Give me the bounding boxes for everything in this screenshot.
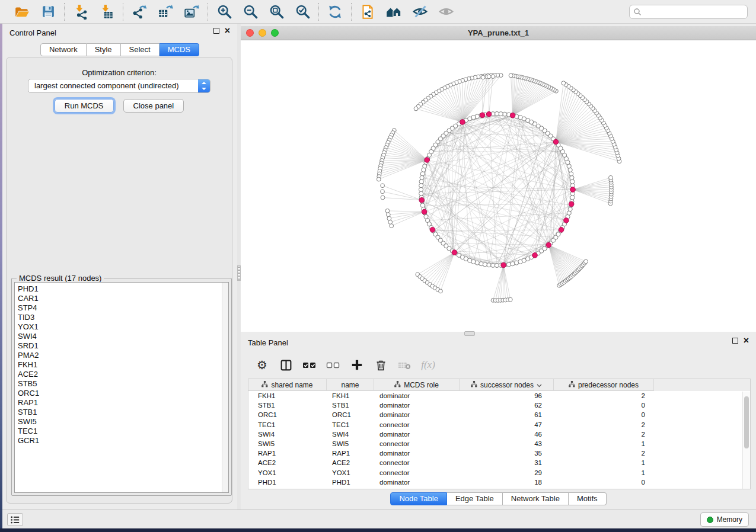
tab-node-table[interactable]: Node Table: [390, 492, 447, 505]
select-all-button[interactable]: [302, 358, 317, 372]
table-cell: ORC1: [248, 410, 327, 419]
network-graph[interactable]: [241, 40, 756, 332]
maximize-window-icon[interactable]: [271, 29, 279, 37]
new-network-from-selection-button[interactable]: [359, 4, 376, 20]
table-row[interactable]: TEC1TEC1connector472: [248, 420, 750, 430]
table-cell: 2: [554, 420, 654, 430]
task-history-button[interactable]: [7, 513, 23, 526]
network-canvas[interactable]: [241, 40, 756, 332]
table-row[interactable]: ORC1ORC1dominator610: [248, 410, 750, 419]
tab-network[interactable]: Network: [40, 43, 87, 56]
table-body: FKH1FKH1dominator962STB1STB1dominator620…: [248, 391, 750, 487]
hide-selected-button[interactable]: [412, 4, 428, 20]
table-row[interactable]: ACE2ACE2connector311: [248, 458, 750, 467]
deselect-all-button[interactable]: [326, 358, 340, 372]
result-node-item[interactable]: YOX1: [18, 322, 228, 332]
save-session-button[interactable]: [40, 4, 56, 20]
result-node-item[interactable]: TEC1: [18, 427, 228, 436]
close-panel-button[interactable]: Close panel: [123, 99, 184, 113]
horizontal-splitter-grip[interactable]: [464, 331, 475, 336]
split-panel-button[interactable]: [279, 358, 293, 372]
tab-mcds[interactable]: MCDS: [160, 43, 199, 56]
result-list-scrollbar[interactable]: [222, 283, 228, 492]
column-header-MCDS-role[interactable]: MCDS role: [374, 379, 460, 391]
result-node-item[interactable]: PMA2: [18, 351, 228, 360]
table-row[interactable]: STB1STB1dominator620: [248, 400, 750, 410]
result-node-item[interactable]: ACE2: [18, 370, 228, 379]
result-node-item[interactable]: SRD1: [18, 341, 228, 351]
table-row[interactable]: SWI4SWI4dominator462: [248, 430, 750, 439]
network-window-titlebar[interactable]: YPA_prune.txt_1: [241, 26, 756, 40]
table-cell: dominator: [374, 477, 460, 487]
minimize-window-icon[interactable]: [259, 29, 266, 37]
column-header-shared-name[interactable]: shared name: [248, 379, 327, 391]
result-node-item[interactable]: RAP1: [18, 398, 228, 408]
table-cell: dominator: [374, 430, 460, 439]
import-table-button[interactable]: [98, 4, 115, 20]
result-node-item[interactable]: GCR1: [18, 436, 228, 446]
export-image-button[interactable]: [183, 4, 200, 20]
close-panel-icon[interactable]: ×: [225, 28, 230, 34]
table-row[interactable]: PHD1PHD1dominator180: [248, 477, 750, 487]
result-node-item[interactable]: ORC1: [18, 389, 228, 398]
export-table-button[interactable]: [157, 4, 174, 20]
delete-column-button[interactable]: [374, 358, 388, 372]
close-window-icon[interactable]: [246, 29, 254, 37]
result-node-item[interactable]: CAR1: [18, 294, 228, 303]
result-node-item[interactable]: SWI5: [18, 417, 228, 427]
function-builder-button[interactable]: f(x): [421, 358, 435, 372]
tab-select[interactable]: Select: [121, 43, 160, 56]
result-node-item[interactable]: PHD1: [18, 284, 228, 294]
tab-edge-table[interactable]: Edge Table: [447, 492, 503, 505]
delete-table-button[interactable]: [397, 358, 412, 372]
export-network-icon: [132, 4, 147, 20]
result-node-item[interactable]: STP4: [18, 303, 228, 313]
result-node-item[interactable]: STB5: [18, 379, 228, 389]
mcds-result-list[interactable]: PHD1CAR1STP4TID3YOX1SWI4SRD1PMA2FKH1ACE2…: [14, 282, 229, 493]
zoom-selected-button[interactable]: [294, 4, 311, 20]
add-column-button[interactable]: [350, 358, 364, 372]
criterion-dropdown[interactable]: largest connected component (undirected): [28, 79, 210, 93]
open-folder-icon: [14, 4, 30, 20]
tab-style[interactable]: Style: [87, 43, 121, 56]
table-cell: connector: [374, 420, 460, 430]
close-table-panel-icon[interactable]: ×: [744, 338, 749, 344]
refresh-view-button[interactable]: [327, 4, 343, 20]
result-node-item[interactable]: FKH1: [18, 360, 228, 370]
show-all-button[interactable]: [438, 4, 454, 20]
open-session-button[interactable]: [14, 4, 30, 20]
table-row[interactable]: RAP1RAP1dominator352: [248, 448, 750, 458]
column-header-predecessor-nodes[interactable]: predecessor nodes: [554, 379, 654, 391]
result-node-item[interactable]: SWI4: [18, 332, 228, 341]
zoom-in-button[interactable]: [216, 4, 232, 20]
export-network-button[interactable]: [131, 4, 148, 20]
zoom-out-button[interactable]: [242, 4, 259, 20]
result-node-item[interactable]: STB1: [18, 408, 228, 417]
float-table-panel-icon[interactable]: [732, 338, 738, 344]
table-cell: STB1: [248, 400, 327, 410]
float-panel-icon[interactable]: [213, 28, 219, 34]
column-header-name[interactable]: name: [327, 379, 374, 391]
run-mcds-button[interactable]: Run MCDS: [55, 99, 114, 113]
table-cell: TEC1: [327, 420, 374, 430]
first-neighbors-button[interactable]: [385, 4, 402, 20]
table-settings-button[interactable]: ⚙: [255, 358, 269, 372]
mcds-panel: Optimization criterion: largest connecte…: [6, 57, 232, 504]
memory-button[interactable]: Memory: [700, 512, 749, 527]
column-header-successor-nodes[interactable]: successor nodes: [460, 379, 554, 391]
tab-network-table[interactable]: Network Table: [503, 492, 569, 505]
table-cell: 96: [460, 391, 554, 400]
table-scrollbar[interactable]: [742, 392, 750, 489]
table-cell: PHD1: [327, 477, 374, 487]
import-network-button[interactable]: [72, 4, 89, 20]
search-input[interactable]: [644, 8, 744, 16]
table-row[interactable]: SWI5SWI5connector431: [248, 439, 750, 448]
result-node-item[interactable]: TID3: [18, 313, 228, 322]
table-row[interactable]: YOX1YOX1connector291: [248, 468, 750, 477]
table-row[interactable]: FKH1FKH1dominator962: [248, 391, 750, 400]
fit-content-button[interactable]: [268, 4, 285, 20]
table-cell: FKH1: [327, 391, 374, 400]
search-field[interactable]: [629, 5, 748, 19]
table-scrollbar-thumb[interactable]: [744, 396, 749, 448]
tab-motifs[interactable]: Motifs: [569, 492, 607, 505]
